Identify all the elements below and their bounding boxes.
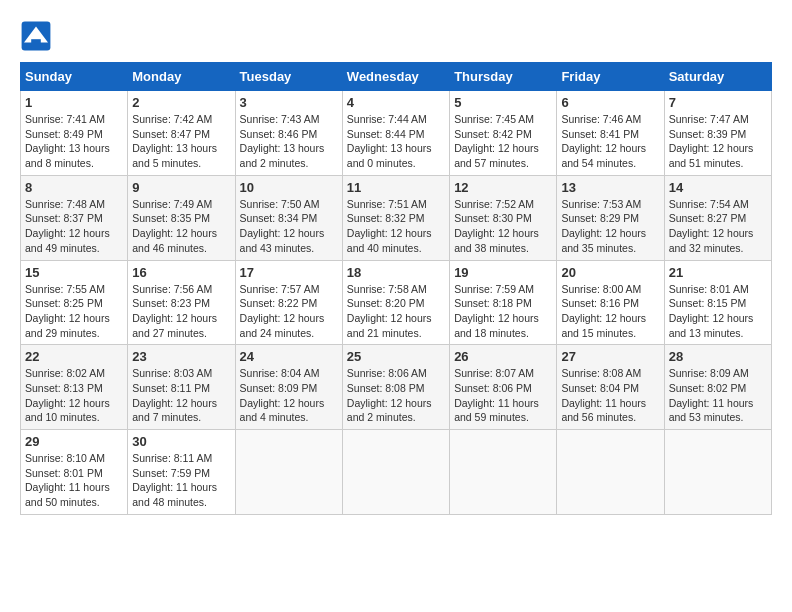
day-number: 9 xyxy=(132,180,230,195)
sunset-label: Sunset: 7:59 PM xyxy=(132,467,210,479)
day-number: 28 xyxy=(669,349,767,364)
sunrise-label: Sunrise: 8:00 AM xyxy=(561,283,641,295)
day-number: 22 xyxy=(25,349,123,364)
daylight-label: Daylight: 12 hours and 13 minutes. xyxy=(669,312,754,339)
day-info: Sunrise: 7:53 AM Sunset: 8:29 PM Dayligh… xyxy=(561,197,659,256)
calendar-day-header: Monday xyxy=(128,63,235,91)
header xyxy=(20,20,772,52)
day-number: 16 xyxy=(132,265,230,280)
daylight-label: Daylight: 12 hours and 10 minutes. xyxy=(25,397,110,424)
sunset-label: Sunset: 8:09 PM xyxy=(240,382,318,394)
daylight-label: Daylight: 12 hours and 46 minutes. xyxy=(132,227,217,254)
sunrise-label: Sunrise: 7:56 AM xyxy=(132,283,212,295)
calendar-week-row: 15 Sunrise: 7:55 AM Sunset: 8:25 PM Dayl… xyxy=(21,260,772,345)
calendar-cell: 29 Sunrise: 8:10 AM Sunset: 8:01 PM Dayl… xyxy=(21,430,128,515)
sunset-label: Sunset: 8:49 PM xyxy=(25,128,103,140)
sunset-label: Sunset: 8:32 PM xyxy=(347,212,425,224)
calendar-cell: 8 Sunrise: 7:48 AM Sunset: 8:37 PM Dayli… xyxy=(21,175,128,260)
day-info: Sunrise: 7:43 AM Sunset: 8:46 PM Dayligh… xyxy=(240,112,338,171)
day-number: 4 xyxy=(347,95,445,110)
calendar-cell: 2 Sunrise: 7:42 AM Sunset: 8:47 PM Dayli… xyxy=(128,91,235,176)
sunset-label: Sunset: 8:34 PM xyxy=(240,212,318,224)
daylight-label: Daylight: 12 hours and 38 minutes. xyxy=(454,227,539,254)
calendar-cell: 3 Sunrise: 7:43 AM Sunset: 8:46 PM Dayli… xyxy=(235,91,342,176)
day-info: Sunrise: 8:00 AM Sunset: 8:16 PM Dayligh… xyxy=(561,282,659,341)
calendar-cell: 20 Sunrise: 8:00 AM Sunset: 8:16 PM Dayl… xyxy=(557,260,664,345)
daylight-label: Daylight: 12 hours and 24 minutes. xyxy=(240,312,325,339)
sunset-label: Sunset: 8:15 PM xyxy=(669,297,747,309)
day-info: Sunrise: 7:44 AM Sunset: 8:44 PM Dayligh… xyxy=(347,112,445,171)
calendar-day-header: Saturday xyxy=(664,63,771,91)
daylight-label: Daylight: 12 hours and 51 minutes. xyxy=(669,142,754,169)
sunset-label: Sunset: 8:30 PM xyxy=(454,212,532,224)
daylight-label: Daylight: 12 hours and 54 minutes. xyxy=(561,142,646,169)
calendar-cell: 15 Sunrise: 7:55 AM Sunset: 8:25 PM Dayl… xyxy=(21,260,128,345)
day-number: 19 xyxy=(454,265,552,280)
calendar-day-header: Friday xyxy=(557,63,664,91)
sunrise-label: Sunrise: 8:04 AM xyxy=(240,367,320,379)
daylight-label: Daylight: 11 hours and 59 minutes. xyxy=(454,397,539,424)
day-info: Sunrise: 7:56 AM Sunset: 8:23 PM Dayligh… xyxy=(132,282,230,341)
sunrise-label: Sunrise: 7:47 AM xyxy=(669,113,749,125)
sunrise-label: Sunrise: 8:02 AM xyxy=(25,367,105,379)
day-info: Sunrise: 7:54 AM Sunset: 8:27 PM Dayligh… xyxy=(669,197,767,256)
day-number: 24 xyxy=(240,349,338,364)
calendar-cell: 16 Sunrise: 7:56 AM Sunset: 8:23 PM Dayl… xyxy=(128,260,235,345)
sunset-label: Sunset: 8:39 PM xyxy=(669,128,747,140)
calendar-cell: 6 Sunrise: 7:46 AM Sunset: 8:41 PM Dayli… xyxy=(557,91,664,176)
daylight-label: Daylight: 12 hours and 35 minutes. xyxy=(561,227,646,254)
sunrise-label: Sunrise: 7:41 AM xyxy=(25,113,105,125)
day-info: Sunrise: 8:02 AM Sunset: 8:13 PM Dayligh… xyxy=(25,366,123,425)
calendar-cell: 1 Sunrise: 7:41 AM Sunset: 8:49 PM Dayli… xyxy=(21,91,128,176)
sunset-label: Sunset: 8:06 PM xyxy=(454,382,532,394)
calendar-day-header: Thursday xyxy=(450,63,557,91)
sunrise-label: Sunrise: 7:52 AM xyxy=(454,198,534,210)
calendar-cell: 27 Sunrise: 8:08 AM Sunset: 8:04 PM Dayl… xyxy=(557,345,664,430)
calendar-header-row: SundayMondayTuesdayWednesdayThursdayFrid… xyxy=(21,63,772,91)
day-number: 3 xyxy=(240,95,338,110)
daylight-label: Daylight: 13 hours and 0 minutes. xyxy=(347,142,432,169)
day-info: Sunrise: 8:08 AM Sunset: 8:04 PM Dayligh… xyxy=(561,366,659,425)
sunset-label: Sunset: 8:11 PM xyxy=(132,382,210,394)
daylight-label: Daylight: 11 hours and 56 minutes. xyxy=(561,397,646,424)
day-info: Sunrise: 7:51 AM Sunset: 8:32 PM Dayligh… xyxy=(347,197,445,256)
daylight-label: Daylight: 12 hours and 4 minutes. xyxy=(240,397,325,424)
day-info: Sunrise: 7:55 AM Sunset: 8:25 PM Dayligh… xyxy=(25,282,123,341)
day-number: 8 xyxy=(25,180,123,195)
calendar-cell: 13 Sunrise: 7:53 AM Sunset: 8:29 PM Dayl… xyxy=(557,175,664,260)
daylight-label: Daylight: 11 hours and 50 minutes. xyxy=(25,481,110,508)
sunrise-label: Sunrise: 7:48 AM xyxy=(25,198,105,210)
day-info: Sunrise: 8:11 AM Sunset: 7:59 PM Dayligh… xyxy=(132,451,230,510)
day-info: Sunrise: 7:45 AM Sunset: 8:42 PM Dayligh… xyxy=(454,112,552,171)
day-info: Sunrise: 8:06 AM Sunset: 8:08 PM Dayligh… xyxy=(347,366,445,425)
calendar-cell: 30 Sunrise: 8:11 AM Sunset: 7:59 PM Dayl… xyxy=(128,430,235,515)
calendar-cell: 4 Sunrise: 7:44 AM Sunset: 8:44 PM Dayli… xyxy=(342,91,449,176)
day-info: Sunrise: 7:46 AM Sunset: 8:41 PM Dayligh… xyxy=(561,112,659,171)
calendar-cell: 24 Sunrise: 8:04 AM Sunset: 8:09 PM Dayl… xyxy=(235,345,342,430)
daylight-label: Daylight: 12 hours and 7 minutes. xyxy=(132,397,217,424)
day-number: 27 xyxy=(561,349,659,364)
calendar-cell: 10 Sunrise: 7:50 AM Sunset: 8:34 PM Dayl… xyxy=(235,175,342,260)
daylight-label: Daylight: 11 hours and 48 minutes. xyxy=(132,481,217,508)
day-number: 14 xyxy=(669,180,767,195)
sunrise-label: Sunrise: 8:11 AM xyxy=(132,452,212,464)
calendar-cell: 26 Sunrise: 8:07 AM Sunset: 8:06 PM Dayl… xyxy=(450,345,557,430)
sunrise-label: Sunrise: 8:06 AM xyxy=(347,367,427,379)
day-number: 6 xyxy=(561,95,659,110)
sunrise-label: Sunrise: 8:01 AM xyxy=(669,283,749,295)
sunset-label: Sunset: 8:44 PM xyxy=(347,128,425,140)
calendar-cell: 5 Sunrise: 7:45 AM Sunset: 8:42 PM Dayli… xyxy=(450,91,557,176)
sunset-label: Sunset: 8:41 PM xyxy=(561,128,639,140)
sunset-label: Sunset: 8:04 PM xyxy=(561,382,639,394)
sunrise-label: Sunrise: 7:43 AM xyxy=(240,113,320,125)
day-info: Sunrise: 7:48 AM Sunset: 8:37 PM Dayligh… xyxy=(25,197,123,256)
daylight-label: Daylight: 12 hours and 21 minutes. xyxy=(347,312,432,339)
calendar-week-row: 29 Sunrise: 8:10 AM Sunset: 8:01 PM Dayl… xyxy=(21,430,772,515)
sunset-label: Sunset: 8:35 PM xyxy=(132,212,210,224)
calendar-cell xyxy=(342,430,449,515)
daylight-label: Daylight: 12 hours and 29 minutes. xyxy=(25,312,110,339)
sunrise-label: Sunrise: 8:10 AM xyxy=(25,452,105,464)
sunset-label: Sunset: 8:01 PM xyxy=(25,467,103,479)
day-info: Sunrise: 7:58 AM Sunset: 8:20 PM Dayligh… xyxy=(347,282,445,341)
day-info: Sunrise: 7:42 AM Sunset: 8:47 PM Dayligh… xyxy=(132,112,230,171)
